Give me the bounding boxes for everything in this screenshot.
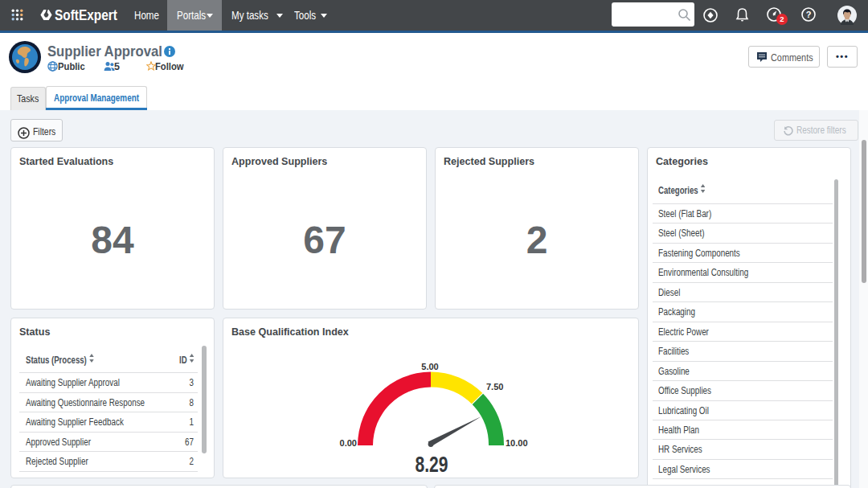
svg-text:?: ? xyxy=(806,10,812,19)
